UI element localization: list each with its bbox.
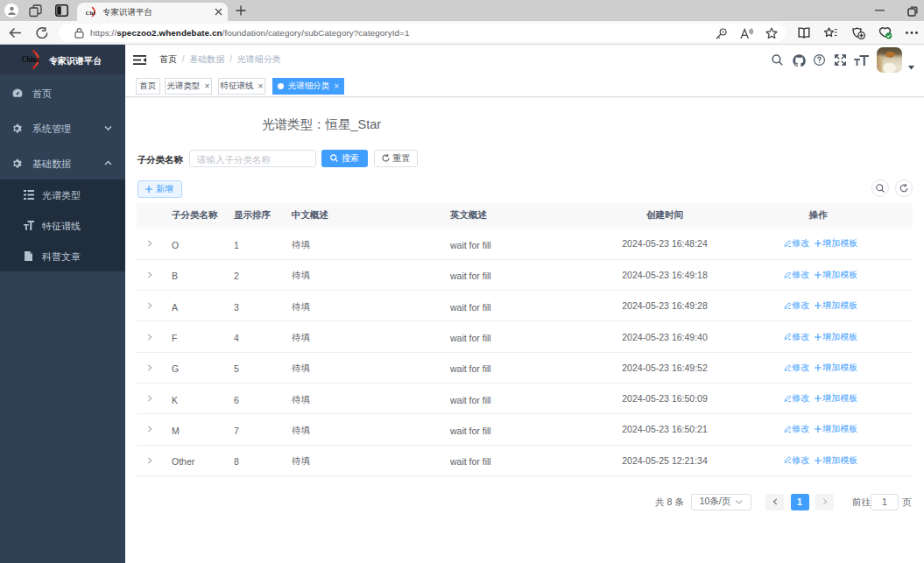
svg-text:Chi: Chi — [86, 10, 95, 17]
svg-text:China: China — [22, 54, 39, 64]
